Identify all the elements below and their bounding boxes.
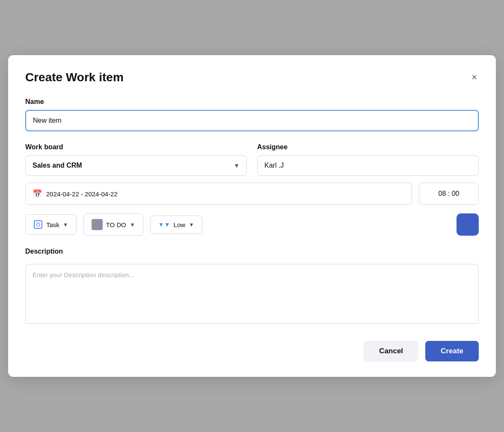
priority-icon: ▼▼ xyxy=(158,221,170,228)
status-chevron-icon: ▼ xyxy=(130,222,135,228)
status-select[interactable]: TO DO ▼ xyxy=(83,213,143,236)
workboard-group: Work board Sales and CRM ▼ xyxy=(25,143,247,176)
assignee-label: Assignee xyxy=(257,143,479,151)
time-value: 08 : 00 xyxy=(439,190,460,198)
assignee-group: Assignee Karl .J xyxy=(257,143,479,176)
name-label: Name xyxy=(25,98,479,106)
date-time-row: 📅 2024-04-22 - 2024-04-22 08 : 00 xyxy=(25,183,479,205)
close-button[interactable]: × xyxy=(470,71,479,84)
modal-header: Create Work item × xyxy=(25,71,479,84)
task-type-chevron-icon: ▼ xyxy=(63,222,68,228)
description-textarea[interactable] xyxy=(25,264,479,324)
workboard-assignee-row: Work board Sales and CRM ▼ Assignee Karl… xyxy=(25,143,479,176)
time-picker[interactable]: 08 : 00 xyxy=(419,183,479,205)
cancel-button[interactable]: Cancel xyxy=(364,341,418,361)
task-type-value: Task xyxy=(46,221,59,228)
name-field-group: Name xyxy=(25,98,479,131)
modal-footer: Cancel Create xyxy=(25,341,479,361)
workboard-select[interactable]: Sales and CRM ▼ xyxy=(25,155,247,176)
name-input[interactable] xyxy=(25,110,479,131)
workboard-label: Work board xyxy=(25,143,247,151)
description-label: Description xyxy=(25,248,479,255)
workboard-value: Sales and CRM xyxy=(33,162,82,169)
priority-chevron-icon: ▼ xyxy=(189,222,194,228)
status-color-box xyxy=(92,219,103,230)
type-row: Task ▼ TO DO ▼ ▼▼ Low ▼ xyxy=(25,213,479,236)
task-type-select[interactable]: Task ▼ xyxy=(25,214,77,235)
date-range-picker[interactable]: 📅 2024-04-22 - 2024-04-22 xyxy=(25,183,412,205)
modal-overlay: Create Work item × Name Work board Sales… xyxy=(0,0,504,432)
assignee-input[interactable]: Karl .J xyxy=(257,155,479,176)
workboard-chevron-icon: ▼ xyxy=(234,162,240,169)
create-button[interactable]: Create xyxy=(425,341,479,361)
priority-value: Low xyxy=(174,221,186,228)
color-swatch-button[interactable] xyxy=(457,213,479,236)
svg-rect-0 xyxy=(34,221,42,228)
description-group: Description xyxy=(25,248,479,325)
priority-select[interactable]: ▼▼ Low ▼ xyxy=(150,216,202,234)
status-value: TO DO xyxy=(106,221,126,228)
date-range-value: 2024-04-22 - 2024-04-22 xyxy=(46,190,118,198)
modal-title: Create Work item xyxy=(25,71,124,84)
task-icon xyxy=(33,220,43,229)
modal-dialog: Create Work item × Name Work board Sales… xyxy=(8,55,496,377)
svg-point-1 xyxy=(36,223,40,226)
calendar-icon: 📅 xyxy=(33,189,42,198)
